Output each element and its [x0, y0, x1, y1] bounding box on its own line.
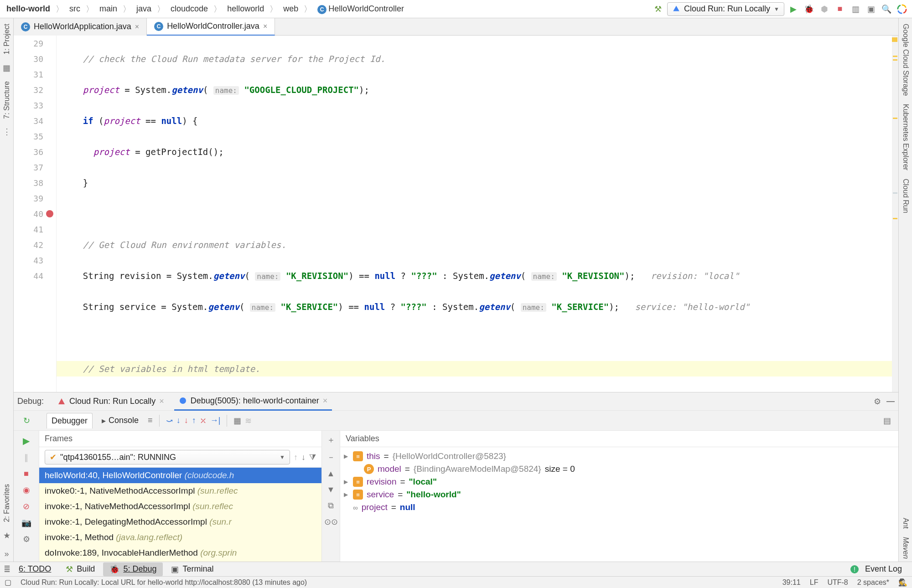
coverage-button[interactable]: ⬢ — [818, 3, 831, 15]
breakpoint-icon[interactable] — [46, 210, 53, 217]
close-icon[interactable]: × — [263, 22, 267, 31]
tool-favorites[interactable]: 2: Favorites — [3, 484, 11, 522]
remove-watch-icon[interactable]: － — [327, 452, 335, 463]
variable-node[interactable]: ▶≡this = {HelloWorldController@5823} — [344, 450, 895, 463]
tool-cloudrun[interactable]: Cloud Run — [902, 179, 910, 213]
trace-icon[interactable]: ≋ — [245, 416, 252, 426]
filter-icon[interactable]: ⧩ — [309, 453, 316, 462]
inspector-icon[interactable]: 🕵 — [898, 578, 907, 587]
tool-gcs[interactable]: Google Cloud Storage — [902, 24, 910, 96]
stack-frame[interactable]: doInvoke:189, InvocableHandlerMethod (or… — [39, 545, 321, 561]
run-to-cursor-icon[interactable]: →| — [210, 416, 221, 425]
caret-position[interactable]: 39:11 — [782, 578, 801, 587]
debug-button[interactable]: 🐞 — [803, 3, 815, 15]
gear-icon[interactable]: ⚙ — [874, 397, 881, 407]
tool-eventlog[interactable]: !Event Log — [844, 562, 908, 576]
minimize-icon[interactable]: — — [886, 397, 895, 406]
more-icon[interactable]: » — [2, 549, 12, 559]
stop-button[interactable]: ■ — [834, 3, 846, 15]
file-encoding[interactable]: UTF-8 — [827, 578, 848, 587]
crumb-root[interactable]: hello-world — [4, 3, 53, 15]
crumb[interactable]: java — [134, 3, 154, 15]
list-icon[interactable]: ≣ — [4, 564, 10, 574]
step-into-icon[interactable]: ↓ — [176, 416, 181, 425]
tool-k8s[interactable]: Kubernetes Explorer — [902, 104, 910, 170]
add-watch-icon[interactable]: ＋ — [327, 434, 335, 445]
step-out-icon[interactable]: ↑ — [192, 416, 196, 425]
close-icon[interactable]: × — [323, 396, 328, 406]
up-icon[interactable]: ▲ — [327, 469, 335, 479]
stack-frame[interactable]: invoke:-1, DelegatingMethodAccessorImpl … — [39, 514, 321, 530]
debugger-tab[interactable]: Debugger — [47, 413, 93, 428]
force-step-into-icon[interactable]: ↓ — [184, 416, 188, 425]
layout-icon[interactable]: ▥ — [849, 3, 862, 15]
close-icon[interactable]: × — [135, 23, 139, 31]
crumb[interactable]: cloudcode — [168, 3, 211, 15]
settings-icon[interactable]: ⚙ — [23, 534, 30, 544]
crumb[interactable]: main — [97, 3, 120, 15]
debug-tabs: Debug: Cloud Run: Run Locally × Debug(50… — [14, 392, 898, 411]
step-over-icon[interactable]: ⤻ — [166, 416, 173, 426]
drop-frame-icon[interactable]: ⤫ — [200, 416, 207, 426]
gutter[interactable]: 2930313233 3435363738 39 40 41424344 — [14, 36, 57, 392]
run-config-select[interactable]: Cloud Run: Run Locally▼ — [667, 2, 784, 16]
stack-frame[interactable]: invoke0:-1, NativeMethodAccessorImpl (su… — [39, 483, 321, 499]
tool-debug[interactable]: 🐞5: Debug — [103, 562, 163, 576]
run-button[interactable]: ▶ — [787, 3, 800, 15]
resume-button[interactable]: ▶ — [23, 435, 30, 446]
crumb[interactable]: src — [67, 3, 83, 15]
variable-node[interactable]: ▶≡service = "hello-world" — [344, 488, 895, 501]
build-icon[interactable]: ⚒ — [652, 3, 664, 15]
variables-list[interactable]: ▶≡this = {HelloWorldController@5823} Pmo… — [340, 447, 898, 564]
tool-project[interactable]: 1: Project — [3, 24, 11, 55]
crumb[interactable]: helloworld — [224, 3, 267, 15]
camera-icon[interactable]: 📷 — [21, 518, 31, 528]
threads-icon[interactable]: ≡ — [148, 416, 153, 425]
code-editor[interactable]: 2930313233 3435363738 39 40 41424344 // … — [14, 36, 898, 392]
thread-select[interactable]: ✔ "qtp41360155…ain": RUNNING ▼ — [45, 450, 290, 464]
editor-tab[interactable]: C HelloWorldController.java × — [147, 18, 275, 36]
evaluate-icon[interactable]: ▦ — [233, 416, 241, 426]
copy-icon[interactable]: ⧉ — [328, 501, 334, 511]
code-area[interactable]: // check the Cloud Run metadata server f… — [57, 36, 898, 392]
indent-setting[interactable]: 2 spaces* — [857, 578, 889, 587]
status-bar: ▢ Cloud Run: Run Locally: Local URL for … — [0, 576, 912, 588]
console-tab[interactable]: ▸Console — [96, 416, 144, 426]
stop-button[interactable]: ■ — [24, 469, 29, 479]
tool-todo[interactable]: 6: TODO — [12, 562, 57, 576]
frames-list[interactable]: helloWorld:40, HelloWorldController (clo… — [39, 468, 321, 564]
editor-tab[interactable]: C HelloWorldApplication.java × — [14, 18, 147, 36]
close-icon[interactable]: × — [159, 397, 164, 406]
view-breakpoints-icon[interactable]: ◉ — [23, 485, 30, 495]
variable-node[interactable]: ∞project = null — [344, 501, 895, 514]
gcloud-icon[interactable] — [896, 3, 908, 15]
tool-ant[interactable]: Ant — [902, 518, 910, 529]
tool-terminal[interactable]: ▣Terminal — [165, 562, 220, 576]
status-window-icon[interactable]: ▢ — [5, 578, 11, 587]
variable-node[interactable]: ▶≡revision = "local" — [344, 475, 895, 488]
debug-session-tab[interactable]: Cloud Run: Run Locally × — [53, 392, 169, 411]
layout-settings-icon[interactable]: ▤ — [883, 416, 898, 426]
crumb[interactable]: web — [280, 3, 301, 15]
down-icon[interactable]: ▼ — [327, 485, 335, 495]
mute-breakpoints-icon[interactable]: ⊘ — [23, 501, 30, 511]
tool-build[interactable]: ⚒Build — [59, 562, 101, 576]
line-ending[interactable]: LF — [810, 578, 819, 587]
pause-button[interactable]: ∥ — [24, 453, 28, 463]
next-frame-icon[interactable]: ↓ — [301, 453, 306, 462]
tool-structure[interactable]: 7: Structure — [3, 81, 11, 119]
error-stripe[interactable] — [892, 36, 898, 392]
search-icon[interactable]: 🔍 — [880, 3, 893, 15]
crumb-file[interactable]: CHelloWorldController — [315, 3, 407, 15]
tool-maven[interactable]: Maven — [902, 537, 910, 559]
debug-session-tab[interactable]: Debug(5005): hello-world-container × — [174, 392, 332, 411]
glasses-icon[interactable]: ⊙⊙ — [324, 517, 338, 527]
stack-frame[interactable]: invoke:-1, Method (java.lang.reflect) — [39, 530, 321, 545]
desktop-icon[interactable]: ▣ — [865, 3, 877, 15]
rerun-button[interactable]: ↻ — [14, 411, 39, 431]
stack-frame[interactable]: invoke:-1, NativeMethodAccessorImpl (sun… — [39, 499, 321, 514]
variable-node[interactable]: Pmodel = {BindingAwareModelMap@5824} siz… — [344, 463, 895, 475]
class-icon: C — [21, 22, 30, 31]
prev-frame-icon[interactable]: ↑ — [294, 453, 298, 462]
stack-frame[interactable]: helloWorld:40, HelloWorldController (clo… — [39, 468, 321, 483]
